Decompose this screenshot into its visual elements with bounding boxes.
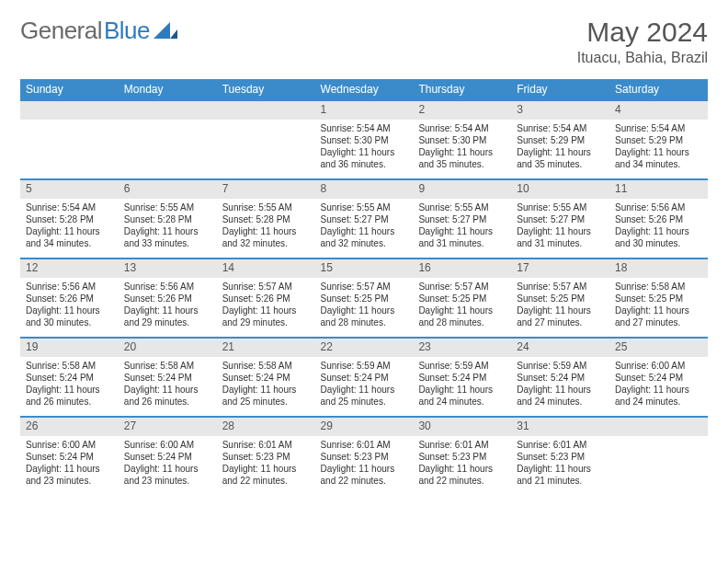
sunset-line: Sunset: 5:23 PM: [321, 451, 408, 463]
calendar-day-cell: 5Sunrise: 5:54 AMSunset: 5:28 PMDaylight…: [20, 178, 119, 258]
daylight-label: Daylight:: [615, 147, 651, 157]
sunset-label: Sunset:: [517, 214, 548, 224]
daylight-line: Daylight: 11 hours and 29 minutes.: [222, 304, 310, 328]
sunrise-label: Sunrise:: [418, 440, 452, 450]
day-body: Sunrise: 5:58 AMSunset: 5:24 PMDaylight:…: [119, 357, 217, 413]
sunset-label: Sunset:: [26, 214, 57, 224]
sunrise-value: 5:58 AM: [62, 361, 96, 371]
sunset-label: Sunset:: [615, 135, 646, 145]
sunset-line: Sunset: 5:28 PM: [222, 213, 310, 225]
sunset-label: Sunset:: [517, 452, 548, 462]
header: GeneralBlue May 2024 Ituacu, Bahia, Braz…: [20, 17, 708, 66]
sunset-line: Sunset: 5:28 PM: [124, 213, 211, 225]
calendar-day-cell: 10Sunrise: 5:55 AMSunset: 5:27 PMDayligh…: [511, 178, 609, 258]
daylight-line: Daylight: 11 hours and 22 minutes.: [321, 463, 408, 487]
sunrise-line: Sunrise: 6:01 AM: [321, 439, 408, 451]
sunrise-label: Sunrise:: [615, 123, 649, 133]
sunset-line: Sunset: 5:24 PM: [517, 372, 604, 384]
sunset-value: 5:28 PM: [60, 214, 94, 224]
calendar-day-cell: 22Sunrise: 5:59 AMSunset: 5:24 PMDayligh…: [315, 337, 414, 416]
day-number: 1: [315, 99, 414, 120]
daylight-label: Daylight:: [222, 385, 258, 395]
daylight-label: Daylight:: [222, 305, 258, 316]
sunrise-value: 5:56 AM: [62, 282, 96, 292]
sunset-label: Sunset:: [26, 373, 57, 383]
daylight-line: Daylight: 11 hours and 26 minutes.: [26, 384, 113, 408]
daylight-label: Daylight:: [222, 226, 258, 236]
calendar-day-cell: 17Sunrise: 5:57 AMSunset: 5:25 PMDayligh…: [511, 258, 609, 337]
calendar-day-cell: 21Sunrise: 5:58 AMSunset: 5:24 PMDayligh…: [217, 337, 315, 416]
sunset-label: Sunset:: [222, 452, 254, 462]
sunset-label: Sunset:: [222, 214, 254, 224]
daylight-line: Daylight: 11 hours and 35 minutes.: [418, 146, 506, 170]
daylight-label: Daylight:: [517, 305, 552, 316]
sunrise-label: Sunrise:: [26, 282, 60, 292]
day-body: Sunrise: 6:01 AMSunset: 5:23 PMDaylight:…: [413, 436, 511, 492]
sunrise-value: 6:00 AM: [160, 440, 194, 450]
sunrise-value: 5:57 AM: [357, 282, 391, 292]
daylight-line: Daylight: 11 hours and 26 minutes.: [124, 384, 211, 408]
sunset-label: Sunset:: [321, 452, 352, 462]
daylight-label: Daylight:: [517, 147, 552, 157]
sunset-value: 5:23 PM: [256, 452, 290, 462]
day-number: 17: [511, 258, 609, 278]
calendar-day-cell: 13Sunrise: 5:56 AMSunset: 5:26 PMDayligh…: [119, 258, 217, 337]
sunrise-line: Sunrise: 5:58 AM: [222, 360, 310, 372]
sunrise-label: Sunrise:: [26, 361, 60, 371]
sunset-value: 5:24 PM: [158, 452, 192, 462]
calendar-day-cell: [119, 99, 217, 178]
weekday-header: Friday: [511, 79, 609, 99]
calendar-day-cell: 9Sunrise: 5:55 AMSunset: 5:27 PMDaylight…: [413, 178, 511, 258]
calendar-week-row: 26Sunrise: 6:00 AMSunset: 5:24 PMDayligh…: [20, 416, 708, 495]
sunset-line: Sunset: 5:26 PM: [26, 293, 113, 304]
calendar-day-cell: 11Sunrise: 5:56 AMSunset: 5:26 PMDayligh…: [609, 178, 708, 258]
daylight-line: Daylight: 11 hours and 24 minutes.: [615, 384, 702, 408]
sunrise-line: Sunrise: 5:57 AM: [418, 281, 506, 293]
weekday-header: Saturday: [609, 79, 708, 99]
sunrise-line: Sunrise: 5:58 AM: [615, 281, 702, 293]
sunrise-label: Sunrise:: [321, 123, 355, 133]
day-number: 9: [413, 178, 511, 199]
sunrise-line: Sunrise: 6:01 AM: [418, 439, 506, 451]
calendar-day-cell: 27Sunrise: 6:00 AMSunset: 5:24 PMDayligh…: [119, 416, 217, 495]
sunrise-label: Sunrise:: [517, 282, 551, 292]
daylight-line: Daylight: 11 hours and 22 minutes.: [418, 463, 506, 487]
day-number: 16: [413, 258, 511, 278]
sunset-label: Sunset:: [517, 293, 548, 304]
sunset-value: 5:26 PM: [256, 293, 290, 304]
sunrise-label: Sunrise:: [124, 202, 158, 213]
daylight-label: Daylight:: [418, 305, 454, 316]
sunrise-value: 5:56 AM: [652, 202, 686, 213]
sunrise-line: Sunrise: 6:00 AM: [124, 439, 211, 451]
sunset-value: 5:23 PM: [551, 452, 585, 462]
sunset-line: Sunset: 5:25 PM: [321, 293, 408, 304]
calendar-day-cell: 31Sunrise: 6:01 AMSunset: 5:23 PMDayligh…: [511, 416, 609, 495]
sunset-value: 5:28 PM: [158, 214, 192, 224]
day-body: Sunrise: 5:54 AMSunset: 5:29 PMDaylight:…: [511, 120, 609, 176]
calendar-day-cell: 16Sunrise: 5:57 AMSunset: 5:25 PMDayligh…: [413, 258, 511, 337]
sunrise-label: Sunrise:: [222, 361, 256, 371]
calendar-day-cell: [609, 416, 708, 495]
sunset-line: Sunset: 5:24 PM: [26, 451, 113, 463]
day-body: Sunrise: 5:59 AMSunset: 5:24 PMDaylight:…: [511, 357, 609, 413]
sunset-value: 5:27 PM: [354, 214, 388, 224]
sunrise-label: Sunrise:: [418, 202, 452, 213]
sunrise-line: Sunrise: 5:57 AM: [517, 281, 604, 293]
daylight-label: Daylight:: [418, 147, 454, 157]
sunset-value: 5:27 PM: [452, 214, 486, 224]
sunrise-label: Sunrise:: [517, 361, 551, 371]
sunrise-line: Sunrise: 5:54 AM: [517, 122, 604, 134]
calendar-day-cell: [217, 99, 315, 178]
sunset-value: 5:24 PM: [354, 373, 388, 383]
sunrise-value: 5:54 AM: [553, 123, 587, 133]
daylight-line: Daylight: 11 hours and 27 minutes.: [517, 304, 604, 328]
sunrise-value: 5:57 AM: [455, 282, 489, 292]
sunrise-line: Sunrise: 5:58 AM: [124, 360, 211, 372]
sunrise-value: 5:54 AM: [652, 123, 686, 133]
sunrise-value: 5:59 AM: [357, 361, 391, 371]
day-number: 25: [609, 337, 708, 357]
sunrise-line: Sunrise: 5:54 AM: [615, 122, 702, 134]
sunset-value: 5:24 PM: [60, 452, 94, 462]
sunrise-value: 5:55 AM: [553, 202, 587, 213]
day-number: 14: [217, 258, 315, 278]
